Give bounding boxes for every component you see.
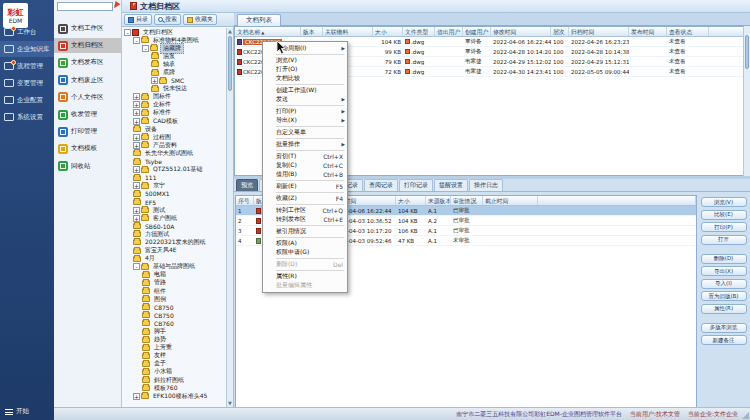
sidebar-item[interactable]: 系统设置 [0,109,54,125]
tree-node[interactable]: CB750 [122,311,226,319]
menu-item[interactable]: 自定义菜单 [263,128,347,137]
nav-item[interactable]: 文档归档区 [54,38,122,53]
sidebar-item[interactable]: 流程管理 [0,58,54,74]
expand-icon[interactable]: + [133,118,140,125]
tree-node[interactable]: 长先华夫测试图纸 [122,149,226,157]
column-header[interactable]: 大小 [396,196,426,205]
tree-node[interactable]: 悦来悦达 [122,85,226,93]
tree-node[interactable]: 富宝天风4E [122,247,226,255]
menu-item[interactable]: 借用(B)Ctrl+B [263,170,347,179]
tree-node[interactable]: 500MX1 [122,190,226,198]
tree-node[interactable]: 上芳重 [122,344,226,352]
directory-button[interactable]: 目录 [124,14,152,25]
tab-document-list[interactable]: 文档列表 [237,14,281,26]
start-button[interactable]: 开始 [0,405,54,418]
column-header[interactable]: 创建用户 [463,27,491,36]
tree-node[interactable]: 趋势 [122,336,226,344]
resize-grip[interactable] [742,412,749,419]
expand-icon[interactable]: + [133,101,140,108]
expand-icon[interactable]: + [133,93,140,100]
column-header[interactable]: 借出用户 [435,27,463,36]
sidebar-item[interactable]: 工作台 [0,24,54,40]
menu-item[interactable]: 发送▶ [263,95,347,104]
menu-item[interactable]: 创建工作流(W) [263,86,347,95]
expand-icon[interactable]: + [133,142,140,149]
action-button[interactable]: 属性(R) [701,304,747,314]
column-header[interactable]: 序号 [236,196,254,205]
expand-icon[interactable]: + [133,134,140,141]
detail-tab[interactable]: 操作日志 [469,179,503,191]
collapse-icon[interactable]: - [142,45,149,52]
tree-node[interactable]: 底牌 [122,68,226,76]
tree-node[interactable]: +CAD模板 [122,117,226,125]
document-table-scrollbar[interactable] [743,26,750,176]
menu-item[interactable]: 浏览(V) [263,56,347,65]
detail-tab[interactable]: 查阅记录 [364,179,398,191]
detail-tab[interactable]: 打印记录 [399,179,433,191]
action-button[interactable]: 置为旧版(B) [701,291,747,301]
sidebar-item[interactable]: 变更管理 [0,75,54,91]
tree-node[interactable]: 设备 [122,125,226,133]
tree-node[interactable]: SB60-10A [122,222,226,230]
tree-node[interactable]: 管路 [122,279,226,287]
tree-node[interactable]: +EFK100楼标准头45 [122,392,226,400]
column-header[interactable]: 层次 [551,27,569,36]
detail-tab[interactable]: 预览 [236,179,258,191]
column-header[interactable]: 查看状态 [667,27,709,36]
menu-item[interactable]: 属性(R) [263,272,347,281]
action-button[interactable]: 打印(P) [701,222,747,232]
column-header[interactable]: 文件类型 [403,27,435,36]
column-header[interactable]: 修改时间 [491,27,551,36]
action-button[interactable]: 导入(I) [701,279,747,289]
column-header[interactable]: 截止时间 [483,196,538,205]
column-header[interactable]: 版本 [301,27,323,36]
action-button[interactable]: 导出(X) [701,266,747,276]
action-button[interactable]: 删除(D) [701,254,747,264]
expand-icon[interactable]: + [133,207,140,214]
column-header[interactable]: 文档名称▲ [235,27,301,36]
menu-item[interactable]: 打开(O) [263,65,347,74]
search-button[interactable]: 搜索 [154,14,181,25]
tree-node[interactable]: EF5 [122,198,226,206]
menu-item[interactable]: 转到发布区Ctrl+E [263,215,347,224]
favorites-button[interactable]: 收藏夹 [183,14,217,25]
menu-item[interactable]: 导出(X)▶ [263,116,347,125]
expand-icon[interactable]: + [133,215,140,222]
menu-item[interactable]: 复制(C)Ctrl+C [263,161,347,170]
action-button[interactable]: 打开 [701,235,747,245]
menu-item[interactable]: 剪切(T)Ctrl+X [263,152,347,161]
nav-item[interactable]: 收发管理 [54,107,122,122]
column-header[interactable]: 关联物料 [323,27,373,36]
scroll-thumb[interactable] [745,35,749,69]
nav-item[interactable]: 文档废止区 [54,73,122,88]
nav-item[interactable]: 文档发布区 [54,55,122,70]
collapse-icon[interactable]: - [133,263,140,270]
tree-node[interactable]: 111 [122,174,226,182]
scroll-down-icon[interactable]: ▼ [227,400,233,407]
sidebar-item[interactable]: 企业知识库 [0,41,54,57]
action-button[interactable]: 浏览(V) [701,197,747,207]
menu-item[interactable]: 权限申请(G) [263,248,347,257]
tree-scroll-thumb[interactable] [228,36,232,91]
nav-item[interactable]: 文档工作区 [54,21,122,36]
tree-node[interactable]: +京宁 [122,182,226,190]
menu-item[interactable]: 被引用情况 [263,227,347,236]
column-header[interactable]: 审批情况 [451,196,483,205]
expand-icon[interactable]: + [133,182,140,189]
nav-item[interactable]: 回收站 [54,159,122,174]
column-header[interactable]: 归档时间 [569,27,629,36]
tree-scrollbar[interactable]: ▲ ▼ [226,28,233,407]
expand-icon[interactable]: + [151,77,158,84]
menu-item[interactable]: 文档比较 [263,74,347,83]
tree-node[interactable]: 盒子 [122,360,226,368]
tree-node[interactable]: +国标件 [122,93,226,101]
expand-icon[interactable]: + [133,166,140,173]
tree-node[interactable]: CB760 [122,319,226,327]
collapse-icon[interactable]: - [124,29,131,36]
tree-node[interactable]: 脚手 [122,327,226,335]
column-header[interactable]: 大小 [373,27,403,36]
nav-item[interactable]: 个人文件区 [54,90,122,105]
tree-node[interactable]: 友样 [122,352,226,360]
menu-item[interactable]: 打印(P)▶ [263,107,347,116]
action-button[interactable]: 比较(E) [701,210,747,220]
